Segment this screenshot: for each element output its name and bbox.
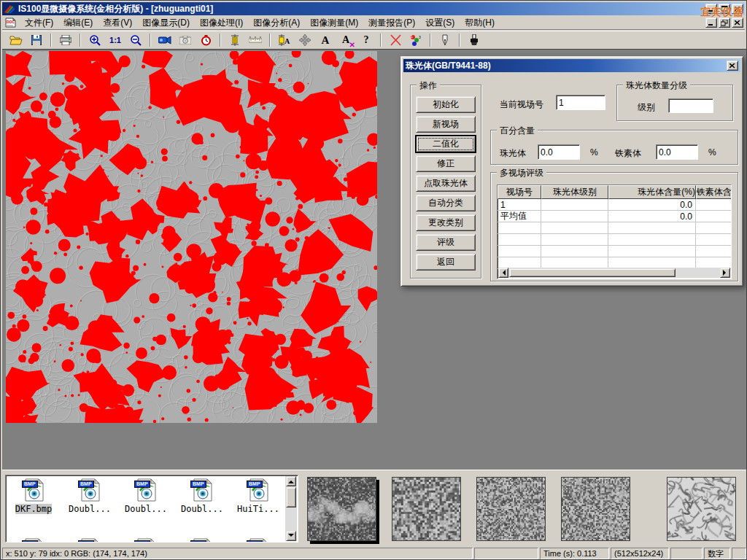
file-item[interactable]: BMP [65,538,115,542]
menu-item[interactable]: 图像显示(D) [137,15,195,31]
gallery-thumbnail[interactable] [561,477,630,541]
grading-table: 视场号 珠光体级别 珠光体含量(%) 铁素体含量(%) 1 0.0 平均值 0.… [497,184,732,279]
auto-classify-button[interactable]: 自动分类 [416,195,476,211]
file-name: Doubl... [181,504,223,514]
file-item[interactable]: BMP Doubl... [177,478,227,514]
scroll-up-icon[interactable] [286,476,296,486]
help-icon[interactable]: ? [357,32,376,48]
count-points-icon[interactable]: 13 [406,32,425,48]
close-icon[interactable] [732,4,743,14]
change-class-button[interactable]: 更改类别 [416,214,476,231]
file-browser-scrollbar[interactable] [285,476,297,541]
mdi-close-icon[interactable] [732,18,743,28]
camera-capture-icon[interactable] [176,32,195,48]
menu-item[interactable]: 编辑(E) [58,15,98,31]
bmp-badge: BMP [247,481,263,488]
scrollbar-thumb[interactable] [286,487,296,508]
table-row[interactable] [498,222,731,234]
timer-icon[interactable] [196,32,215,48]
micrograph-image[interactable] [6,51,377,423]
col-pearlite-percent: 珠光体含量(%) [608,185,696,199]
ferrite-input-wrap [656,144,698,160]
file-item[interactable]: BMP Doubl... [65,478,115,514]
dialog-close-icon[interactable] [727,61,738,71]
correct-button[interactable]: 修正 [416,155,476,172]
move-tool-icon[interactable] [295,32,314,48]
dialog-title-bar[interactable]: 珠光体(GB/T9441-88) [403,59,740,72]
file-item[interactable]: BMP Doubl... [121,478,171,514]
gallery-thumbnail[interactable] [307,477,376,541]
initialize-button[interactable]: 初始化 [416,96,476,113]
text-delete-icon[interactable]: A✕ [336,32,355,48]
pearlite-unit: % [590,147,598,158]
video-capture-icon[interactable] [155,32,174,48]
save-icon[interactable] [27,32,46,48]
menu-item[interactable]: 图像处理(I) [195,15,248,31]
file-item[interactable]: BMP DKF.bmp [9,478,58,514]
maximize-icon[interactable] [719,4,730,14]
gallery-thumbnail[interactable] [667,477,736,541]
paint-brush-icon[interactable] [465,32,484,48]
file-item[interactable]: BMP [177,538,227,542]
gallery-thumbnail[interactable] [392,477,461,541]
bottom-panel: BMP DKF.bmp BMP Doubl... [2,470,746,546]
binarize-button[interactable]: 二值化 [416,136,476,152]
caliper-measure-icon[interactable] [225,32,244,48]
zoom-in-icon[interactable] [85,32,104,48]
table-row[interactable]: 平均值 0.0 [498,211,731,222]
pick-pearlite-button[interactable]: 点取珠光体 [416,175,476,192]
menu-item[interactable]: 文件(F) [20,15,58,31]
file-name: HuiTi... [237,504,279,514]
table-row[interactable] [498,234,731,246]
table-row[interactable] [498,246,731,257]
text-annotation-icon[interactable]: A [316,32,335,48]
bmp-file-icon: BMP [21,478,46,503]
menu-item[interactable]: 设置(S) [420,15,460,31]
ruler-measure-icon[interactable] [246,32,265,48]
menu-bar: DOC 文件(F) 编辑(E) 查看(V) 图像显示(D) 图像处理(I) 图像… [2,16,745,30]
toolbar-separator [50,34,52,47]
open-file-icon[interactable] [7,32,26,48]
bmp-badge: BMP [78,481,94,488]
new-field-button[interactable]: 新视场 [416,116,476,133]
file-item[interactable]: BMP [121,538,171,542]
menu-item[interactable]: 图像分析(A) [248,15,305,31]
level-input-wrap [668,98,713,113]
bmp-badge: BMP [134,481,150,488]
status-empty-panel [670,548,703,559]
grade-button[interactable]: 评级 [416,234,476,251]
menu-item[interactable]: 图像测量(M) [305,15,363,31]
actual-size-icon[interactable]: 1:1 [106,32,125,48]
table-row[interactable]: 1 0.0 [498,199,731,211]
delete-curve-icon[interactable] [386,32,405,48]
print-icon[interactable] [56,32,75,48]
file-item[interactable]: BMP [9,538,58,542]
operations-group-label: 操作 [417,79,440,92]
svg-text:DOC: DOC [7,20,15,24]
scroll-down-icon[interactable] [286,531,296,541]
gallery-thumbnail[interactable] [476,477,546,541]
measure-label-icon[interactable]: A [275,32,294,48]
table-horizontal-scrollbar[interactable] [498,268,730,278]
menu-item[interactable]: 查看(V) [98,15,137,31]
file-item[interactable]: BMP [233,538,283,542]
scrollbar-thumb[interactable] [509,268,676,277]
grading-table-header: 视场号 珠光体级别 珠光体含量(%) 铁素体含量(%) [498,185,731,199]
mdi-minimize-icon[interactable] [705,18,717,28]
menu-item[interactable]: 帮助(H) [460,15,500,31]
menu-item[interactable]: 测量报告(P) [363,15,420,31]
zoom-out-icon[interactable] [126,32,145,48]
minimize-icon[interactable] [705,4,717,14]
bmp-file-icon: BMP [77,538,102,542]
mdi-restore-icon[interactable] [719,18,730,28]
scroll-right-icon[interactable] [720,268,730,278]
ferrite-percent-input[interactable] [659,146,695,158]
file-item[interactable]: BMP HuiTi... [233,478,283,514]
pearlite-percent-input[interactable] [541,146,577,158]
return-button[interactable]: 返回 [416,254,476,271]
status-cursor-position: x: 510 y: 79 idx: 0 RGB: (174, 174, 174) [2,548,473,559]
level-input[interactable] [671,100,711,112]
current-field-input[interactable] [559,96,603,109]
draw-pen-icon[interactable] [436,32,454,48]
scroll-left-icon[interactable] [498,268,508,278]
